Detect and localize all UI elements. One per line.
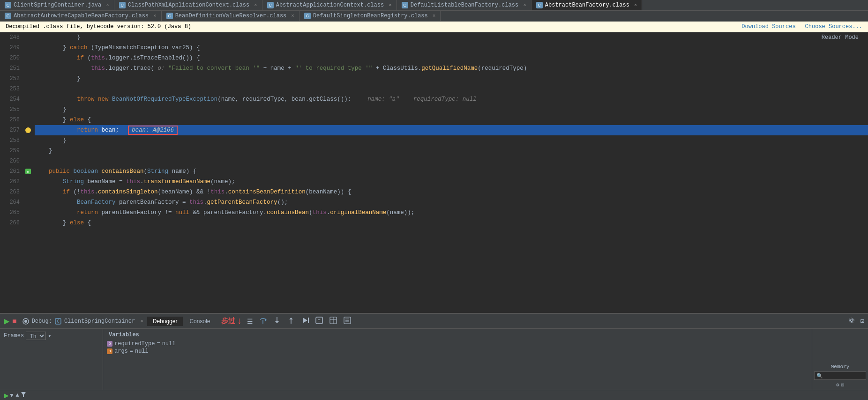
svg-marker-23 bbox=[21, 392, 26, 397]
resume-button[interactable]: ▶ bbox=[4, 317, 9, 326]
gutter-257[interactable] bbox=[23, 125, 33, 135]
variables-header: Variables bbox=[107, 331, 808, 340]
code-lines: } } catch (TypeMismatchException var25) … bbox=[33, 32, 868, 313]
debug-menu-button[interactable]: ☰ bbox=[245, 317, 255, 326]
tab-icon-3: C bbox=[267, 2, 274, 8]
debug-variables-panel: Variables p requiredType = null b args =… bbox=[103, 329, 812, 390]
expand-debug-icon[interactable]: ⊡ bbox=[861, 317, 864, 325]
gutter-255 bbox=[23, 104, 33, 115]
var-icon-p-1: p bbox=[107, 341, 112, 347]
tab-abstractapp[interactable]: C AbstractApplicationContext.class × bbox=[262, 0, 397, 10]
tab-close-6[interactable]: × bbox=[153, 13, 157, 19]
evaluate-button[interactable]: = bbox=[313, 315, 325, 327]
tab-defaultsingleton[interactable]: C DefaultSingletonBeanRegistry.class × bbox=[299, 11, 441, 21]
settings-gear-icon bbox=[848, 317, 855, 324]
code-line-264: BeanFactory parentBeanFactory = this.get… bbox=[35, 197, 868, 207]
reader-mode-label[interactable]: Reader Mode bbox=[822, 32, 859, 43]
tab-close-3[interactable]: × bbox=[389, 2, 392, 8]
var-eq-2: = bbox=[130, 348, 133, 355]
step-label: 步过 bbox=[221, 317, 235, 326]
code-line-254: throw new BeanNotOfRequiredTypeException… bbox=[35, 94, 868, 104]
run-to-cursor-button[interactable] bbox=[299, 315, 311, 327]
code-line-255: } bbox=[35, 104, 868, 115]
gutter-248 bbox=[23, 32, 33, 43]
code-line-253 bbox=[35, 84, 868, 94]
step-out-icon bbox=[287, 316, 295, 325]
debug-tab-console[interactable]: Console bbox=[184, 317, 216, 326]
svg-point-21 bbox=[850, 319, 853, 321]
debug-tab-debugger[interactable]: Debugger bbox=[147, 317, 183, 326]
tab-icon-4: C bbox=[402, 2, 408, 8]
code-line-248: } bbox=[35, 32, 868, 43]
tab-label-7: BeanDefinitionValueResolver.class bbox=[175, 13, 287, 19]
tab-close-8[interactable]: × bbox=[433, 13, 436, 19]
debug-panel: ▶ ■ Debug: C ClientSpringContainer × bbox=[0, 313, 868, 400]
session-close[interactable]: × bbox=[140, 319, 143, 324]
tab-defaultlistable[interactable]: C DefaultListableBeanFactory.class × bbox=[397, 0, 531, 10]
step-out-button[interactable] bbox=[285, 315, 297, 327]
memory-settings-icon[interactable]: ⚙ bbox=[836, 382, 839, 388]
breakpoint-257[interactable] bbox=[25, 127, 31, 133]
gutter-263 bbox=[23, 187, 33, 197]
debug-tabs: Debugger Console 步过 ↓ ☰ bbox=[147, 315, 845, 327]
step-into-button[interactable] bbox=[271, 315, 283, 327]
filter-icon bbox=[20, 391, 27, 398]
frames-header: Frames Th ▾ bbox=[2, 331, 101, 341]
step-annotation-container: 步过 ↓ bbox=[221, 316, 242, 326]
memory-label: Memory bbox=[831, 364, 850, 370]
gutter-264 bbox=[23, 197, 33, 207]
filter-btn[interactable] bbox=[20, 391, 27, 399]
tab-close-7[interactable]: × bbox=[291, 13, 294, 19]
var-val-1: null bbox=[162, 341, 176, 347]
step-arrow: ↓ bbox=[236, 316, 242, 326]
step-into-icon bbox=[273, 316, 281, 325]
gutter-250 bbox=[23, 53, 33, 63]
svg-point-1 bbox=[24, 320, 27, 323]
svg-text:C: C bbox=[57, 319, 59, 324]
line-numbers: 248 249 250 251 252 253 254 255 256 257 … bbox=[0, 32, 23, 313]
svg-marker-10 bbox=[303, 318, 307, 323]
gutter-265 bbox=[23, 207, 33, 218]
gutter-252 bbox=[23, 74, 33, 84]
step-over-button[interactable] bbox=[257, 315, 269, 327]
tab-label-8: DefaultSingletonBeanRegistry.class bbox=[313, 13, 428, 19]
up-arrow-btn[interactable]: ▼ bbox=[15, 392, 20, 399]
var-name-1: requiredType bbox=[114, 341, 155, 347]
tab-abstractbean[interactable]: C AbstractBeanFactory.class × bbox=[531, 0, 643, 10]
code-line-251: this.logger.trace( o: "Failed to convert… bbox=[35, 63, 868, 74]
tab-client-spring[interactable]: C ClientSpringContainer.java × bbox=[0, 0, 114, 10]
tab-beandefinition[interactable]: C BeanDefinitionValueResolver.class × bbox=[162, 11, 299, 21]
stop-button[interactable]: ■ bbox=[12, 317, 17, 326]
thread-selector[interactable]: Th bbox=[26, 332, 46, 340]
debug-icon bbox=[22, 318, 29, 325]
var-eq-1: = bbox=[157, 341, 160, 347]
download-sources-link[interactable]: Download Sources bbox=[741, 23, 795, 30]
more-button[interactable] bbox=[341, 315, 353, 327]
tab-label-6: AbstractAutowireCapableBeanFactory.class bbox=[14, 13, 149, 19]
tab-abstractautowire[interactable]: C AbstractAutowireCapableBeanFactory.cla… bbox=[0, 11, 162, 21]
code-line-256: } else { bbox=[35, 115, 868, 125]
code-line-263: if (!this.containsSingleton(beanName) &&… bbox=[35, 187, 868, 197]
var-val-2: null bbox=[135, 348, 149, 355]
settings-icon[interactable] bbox=[848, 317, 855, 326]
code-line-259: } bbox=[35, 146, 868, 156]
choose-sources-link[interactable]: Choose Sources... bbox=[805, 23, 862, 30]
gutter-266 bbox=[23, 218, 33, 228]
down-arrow-btn[interactable]: ▼ bbox=[9, 392, 15, 399]
tab-close-5[interactable]: × bbox=[634, 2, 637, 8]
tab-close-2[interactable]: × bbox=[254, 2, 257, 8]
play-button[interactable]: ▶ bbox=[4, 392, 9, 399]
run-cursor-icon bbox=[301, 316, 309, 325]
code-line-262: String beanName = this.transformedBeanNa… bbox=[35, 177, 868, 187]
svg-text:=: = bbox=[318, 318, 321, 323]
tab-close-1[interactable]: × bbox=[106, 2, 109, 8]
table-view-button[interactable] bbox=[327, 315, 339, 327]
debug-bottom-bar: ▶ ▼ ▼ bbox=[0, 390, 868, 400]
memory-search-input[interactable] bbox=[814, 371, 866, 380]
tab-close-4[interactable]: × bbox=[523, 2, 526, 8]
memory-expand-icon[interactable]: ⊡ bbox=[841, 382, 845, 388]
gutter-253 bbox=[23, 84, 33, 94]
tab-label-5: AbstractBeanFactory.class bbox=[545, 2, 629, 8]
tab-classpathxml[interactable]: C ClassPathXmlApplicationContext.class × bbox=[114, 0, 262, 10]
tab-icon-7: C bbox=[166, 13, 173, 19]
